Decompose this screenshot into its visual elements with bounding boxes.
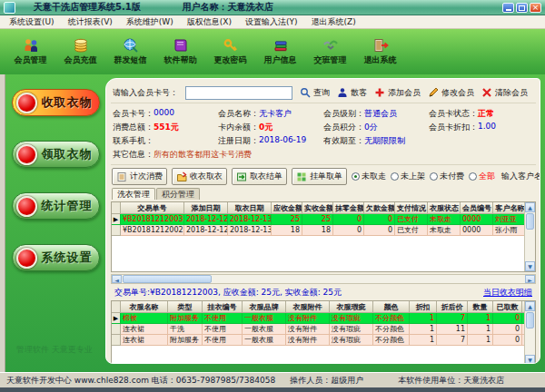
collect-clothes-button[interactable]: 收衣取衣 <box>172 168 227 185</box>
table-cell: 连衣裙 <box>121 335 168 346</box>
table-cell: ¥B20181212002 <box>121 225 184 236</box>
rack-pickup-button[interactable]: 挂单取单 <box>292 168 347 185</box>
table-cell: 0 <box>364 214 395 225</box>
sidebar-system-settings[interactable]: 系统设置 <box>12 244 100 271</box>
members-icon <box>22 37 40 54</box>
menu-item-4[interactable]: 设置输入法(Y) <box>245 16 298 28</box>
toolbar-member-manage[interactable]: 会员管理 <box>7 37 54 66</box>
radio-untaken[interactable]: 未取走 <box>352 171 386 182</box>
scroll-left-icon[interactable] <box>112 275 122 283</box>
tab-laundry-manage[interactable]: 洗衣管理 <box>112 188 155 200</box>
toolbar: 会员管理会员充值群发短信软件帮助更改密码用户信息交班管理退出系统 <box>0 29 545 74</box>
radio-all[interactable]: 全部 <box>469 171 495 182</box>
scroll-thumb[interactable] <box>123 275 212 283</box>
radio-unpaid[interactable]: 未付费 <box>430 171 464 182</box>
sidebar-statistics[interactable]: 统计管理 <box>12 192 100 220</box>
table-cell: 附加服务 <box>168 335 203 346</box>
menu-item-2[interactable]: 系统维护(W) <box>126 16 173 28</box>
table-cell: 没有瑕疵 <box>330 335 373 346</box>
table-cell: 2018-12-12 <box>184 214 228 225</box>
sidebar-pickup-clothes[interactable]: 领取衣物 <box>12 141 100 168</box>
items-vscrollbar[interactable] <box>524 301 535 364</box>
field-label: 会员卡号： <box>113 108 154 120</box>
settle-order-button[interactable]: 取衣结单 <box>232 168 287 185</box>
close-icon[interactable] <box>530 3 541 13</box>
orders-vscrollbar[interactable] <box>524 202 535 271</box>
restore-icon[interactable] <box>516 3 528 13</box>
toolbar-sms[interactable]: 群发短信 <box>107 37 154 66</box>
scroll-thumb[interactable] <box>526 312 534 328</box>
order-row-1[interactable]: ¥B201812120022018-12-122018-12-13181800已… <box>112 225 536 236</box>
app-icon <box>4 2 15 14</box>
search-icon <box>300 87 311 98</box>
button-label: 散客 <box>351 87 367 99</box>
scroll-up-icon[interactable] <box>525 301 535 311</box>
remove-member-button[interactable]: 清除会员 <box>481 87 528 99</box>
member-info-panel: 会员卡号：0000会员名称：无卡客户会员级别：普通会员会员卡状态：正常消费总额：… <box>111 105 536 165</box>
order-row-0[interactable]: ▶¥B201812120032018-12-122018-12-13252500… <box>112 214 536 225</box>
column-header: 欠款金额 <box>364 202 395 214</box>
field-label: 会员级别： <box>323 108 364 120</box>
member-field: 会员名称：无卡客户 <box>218 108 323 120</box>
menu-item-0[interactable]: 系统设置(U) <box>9 16 54 28</box>
button-label: 取衣结单 <box>250 171 282 182</box>
sidebar-label: 系统设置 <box>42 250 93 266</box>
column-header: 已取数 <box>493 301 522 313</box>
item-row-2[interactable]: 连衣裙附加服务不使用一般衣服没有附件没有瑕疵不分颜色17107 <box>112 335 536 346</box>
column-header: 添加日期 <box>184 202 228 214</box>
minimize-icon[interactable] <box>502 3 514 13</box>
button-label: 修改会员 <box>441 87 474 99</box>
field-label: 注册日期： <box>218 135 259 147</box>
radio-label: 未付费 <box>440 171 464 182</box>
password-icon <box>222 37 240 54</box>
menu-item-3[interactable]: 版权信息(X) <box>187 16 232 28</box>
member-field: 会员卡状态：正常 <box>429 108 534 120</box>
tab-points-manage[interactable]: 积分管理 <box>156 188 200 200</box>
table-cell: 0 <box>493 313 522 324</box>
member-field: 消费总额：551元 <box>113 122 218 133</box>
search-button[interactable]: 查询 <box>300 87 330 99</box>
column-header: 数量 <box>468 301 493 313</box>
toolbar-shift-manage[interactable]: 交班管理 <box>307 37 353 66</box>
add-member-button[interactable]: 添加会员 <box>374 87 421 99</box>
toolbar-help[interactable]: 软件帮助 <box>157 37 203 66</box>
status-unit: 本软件使用单位：天意洗衣店 <box>398 375 504 387</box>
table-cell: 7 <box>437 313 468 324</box>
daily-detail-link[interactable]: 当日收衣明细 <box>483 287 532 299</box>
toolbar-change-password[interactable]: 更改密码 <box>207 37 253 66</box>
button-label: 添加会员 <box>388 87 421 99</box>
menu-item-5[interactable]: 退出系统(Z) <box>311 16 355 28</box>
radio-unshelved[interactable]: 未上架 <box>391 171 425 182</box>
sidebar-collect-clothes[interactable]: 收取衣物 <box>12 89 100 116</box>
sidebar-footer: 管理软件 天意更专业 <box>16 344 93 356</box>
card-number-input[interactable] <box>185 86 292 100</box>
edit-member-button[interactable]: 修改会员 <box>428 87 474 99</box>
table-cell: ¥B20181212003 <box>121 214 184 225</box>
field-value: 普通会员 <box>364 108 397 120</box>
member-field: 会员卡折扣：1.00 <box>429 122 534 133</box>
field-label: 会员卡折扣： <box>429 122 478 133</box>
app-window: 天意干洗店管理系统5.1版 用户名称：天意洗衣店 系统设置(U)统计报表(V)系… <box>0 0 545 392</box>
item-row-0[interactable]: ▶棉被附加服务不使用一般衣服没有附件没有瑕疵不分颜色17107 <box>112 313 536 324</box>
count-consume-button[interactable]: 计次消费 <box>112 168 167 185</box>
toolbar-member-recharge[interactable]: 会员充值 <box>57 37 104 66</box>
menu-item-1[interactable]: 统计报表(V) <box>68 16 113 28</box>
count-icon <box>116 172 127 182</box>
items-table: 衣服名称类型挂衣编号衣服品牌衣服附件衣服瑕疵颜色折扣折后价数量已取数总额▶棉被附… <box>111 300 536 364</box>
member-info-row: 其它信息：所有的散客都用这卡号消费 <box>113 148 534 162</box>
scroll-down-icon[interactable] <box>525 261 535 271</box>
scroll-down-icon[interactable] <box>525 355 535 364</box>
item-row-1[interactable]: 连衣裙干洗不使用一般衣服没有附件没有瑕疵不分颜色1111011 <box>112 324 536 335</box>
scroll-right-icon[interactable] <box>525 275 535 283</box>
guest-button[interactable]: 散客 <box>337 87 367 99</box>
table-cell: 没有附件 <box>286 324 330 335</box>
member-info-row: 会员卡号：0000会员名称：无卡客户会员级别：普通会员会员卡状态：正常 <box>113 107 534 121</box>
orders-hscrollbar[interactable] <box>111 274 536 284</box>
scroll-up-icon[interactable] <box>525 202 535 212</box>
button-label: 收衣取衣 <box>190 171 223 182</box>
toolbar-exit[interactable]: 退出系统 <box>357 37 403 66</box>
toolbar-user-info[interactable]: 用户信息 <box>257 37 303 66</box>
table-cell: 刘亚亚 <box>493 214 528 225</box>
scroll-thumb[interactable] <box>526 213 534 230</box>
table-cell: 2018-12-13 <box>228 225 272 236</box>
